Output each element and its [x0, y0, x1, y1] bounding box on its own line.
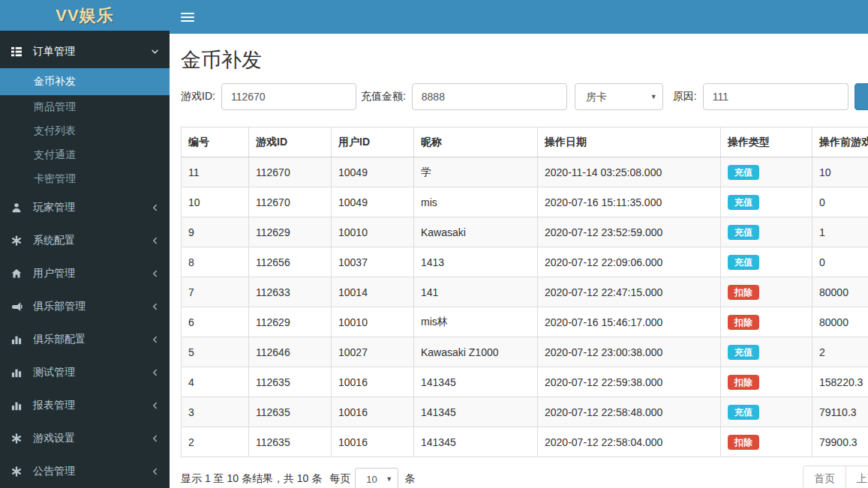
table-footer: 显示 1 至 10 条结果，共 10 条 每页 10 ▼ 条 首页上页 — [181, 466, 868, 488]
home-icon — [11, 268, 28, 279]
top-navbar — [170, 0, 868, 34]
table-cell: 2 — [182, 427, 249, 457]
table-cell: 10027 — [332, 337, 414, 367]
column-header: 游戏ID — [249, 127, 332, 157]
sidebar-subitem[interactable]: 支付列表 — [0, 119, 170, 143]
table-cell: 3 — [182, 397, 249, 427]
table-cell: 112670 — [249, 157, 332, 187]
records-table: 编号游戏ID用户ID昵称操作日期操作类型操作前游戏 1111267010049学… — [181, 127, 868, 457]
table-cell: 141345 — [414, 397, 538, 427]
chevron-left-icon — [151, 435, 159, 443]
sidebar-item[interactable]: 俱乐部管理 — [0, 290, 170, 323]
sidebar-item-label: 游戏设置 — [33, 432, 75, 445]
table-cell: 2020-07-12 23:52:59.000 — [538, 217, 721, 247]
sidebar-item[interactable]: 报表管理 — [0, 389, 170, 422]
before-value-cell: 0 — [812, 247, 868, 277]
type-select[interactable]: 房卡 — [575, 83, 663, 110]
sidebar-item[interactable]: 系统配置 — [0, 224, 170, 257]
pagination-button-first[interactable]: 首页 — [803, 466, 846, 488]
table-cell: 2020-11-14 03:25:08.000 — [538, 157, 721, 187]
column-header: 操作日期 — [538, 127, 721, 157]
sidebar-item-label: 公告管理 — [33, 465, 75, 478]
table-cell: 112635 — [249, 427, 332, 457]
reason-input[interactable] — [703, 83, 848, 110]
sidebar-section-9: 公告管理 — [0, 455, 170, 488]
amount-input[interactable] — [412, 83, 567, 110]
table-cell: 6 — [182, 307, 249, 337]
table-cell: 2020-07-12 22:59:38.000 — [538, 367, 721, 397]
table-cell: 8 — [182, 247, 249, 277]
chevron-left-icon — [151, 369, 159, 377]
content: 金币补发 游戏ID: 充值金额: 房卡 ▼ 原因: 充值 — [170, 34, 868, 488]
table-cell: 112656 — [249, 247, 332, 277]
game-id-input[interactable] — [221, 83, 356, 110]
user-icon — [11, 202, 28, 213]
table-cell: 5 — [182, 337, 249, 367]
before-value-cell: 79110.3 — [812, 397, 868, 427]
table-cell: 11 — [182, 157, 249, 187]
table-cell: 4 — [182, 367, 249, 397]
sidebar-item[interactable]: 玩家管理 — [0, 191, 170, 224]
table-cell: 112629 — [249, 307, 332, 337]
table-cell: 10016 — [332, 397, 414, 427]
table-cell: 112635 — [249, 397, 332, 427]
table-cell: Kawasaki Z1000 — [414, 337, 538, 367]
app-root: VV娱乐 订单管理金币补发商品管理支付列表支付通道卡密管理玩家管理系统配置用户管… — [0, 0, 868, 488]
table-row: 2112635100161413452020-07-12 22:58:04.00… — [182, 427, 868, 457]
table-cell: 10049 — [332, 187, 414, 217]
pagination: 首页上页 — [803, 466, 868, 488]
recharge-button[interactable]: 充值 — [854, 83, 868, 110]
op-type-cell: 充值 — [721, 187, 812, 217]
sidebar-item[interactable]: 用户管理 — [0, 257, 170, 290]
table-cell: 2020-07-12 22:58:04.000 — [538, 427, 721, 457]
op-type-badge: 充值 — [728, 165, 759, 180]
table-cell: 10014 — [332, 277, 414, 307]
sidebar-item[interactable]: 俱乐部配置 — [0, 323, 170, 356]
sidebar-item-label: 用户管理 — [33, 267, 75, 280]
before-value-cell: 79900.3 — [812, 427, 868, 457]
sidebar-item[interactable]: 游戏设置 — [0, 422, 170, 455]
sidebar-subitem[interactable]: 金币补发 — [0, 68, 170, 95]
op-type-cell: 充值 — [721, 157, 812, 187]
sidebar-item[interactable]: 订单管理 — [0, 35, 170, 68]
hamburger-icon[interactable] — [181, 10, 194, 24]
op-type-cell: 充值 — [721, 247, 812, 277]
sidebar-subitem[interactable]: 商品管理 — [0, 95, 170, 119]
sidebar-section-2: 系统配置 — [0, 224, 170, 257]
sidebar-item[interactable]: 测试管理 — [0, 356, 170, 389]
sidebar-subitem[interactable]: 卡密管理 — [0, 167, 170, 191]
asterisk-icon — [11, 433, 28, 444]
table-cell: 112629 — [249, 217, 332, 247]
op-type-badge: 扣除 — [728, 435, 759, 450]
page-size-select[interactable]: 10 — [355, 468, 398, 488]
op-type-badge: 扣除 — [728, 285, 759, 300]
table-row: 511264610027Kawasaki Z10002020-07-12 23:… — [182, 337, 868, 367]
reason-label: 原因: — [673, 90, 697, 103]
op-type-cell: 充值 — [721, 217, 812, 247]
table-cell: 2020-07-12 22:09:06.000 — [538, 247, 721, 277]
table-cell: 10016 — [332, 427, 414, 457]
sidebar-item-label: 测试管理 — [33, 366, 75, 379]
chevron-left-icon — [151, 270, 159, 278]
op-type-cell: 充值 — [721, 397, 812, 427]
column-header: 昵称 — [414, 127, 538, 157]
pagination-button-prev[interactable]: 上页 — [845, 466, 868, 488]
table-cell: 2020-07-16 15:11:35.000 — [538, 187, 721, 217]
chevron-left-icon — [151, 237, 159, 245]
sidebar-item[interactable]: 公告管理 — [0, 455, 170, 488]
asterisk-icon — [11, 466, 28, 477]
op-type-badge: 充值 — [728, 225, 759, 240]
chevron-left-icon — [151, 468, 159, 476]
sidebar-item-label: 订单管理 — [33, 45, 75, 58]
table-cell: 10010 — [332, 307, 414, 337]
results-info: 显示 1 至 10 条结果，共 10 条 每页 10 ▼ 条 — [181, 468, 415, 488]
table-header: 编号游戏ID用户ID昵称操作日期操作类型操作前游戏 — [182, 127, 868, 157]
sidebar-nav: 订单管理金币补发商品管理支付列表支付通道卡密管理玩家管理系统配置用户管理俱乐部管… — [0, 31, 170, 488]
op-type-badge: 充值 — [728, 345, 759, 360]
main-area: 金币补发 游戏ID: 充值金额: 房卡 ▼ 原因: 充值 — [170, 0, 868, 488]
sidebar-item-label: 玩家管理 — [33, 201, 75, 214]
table-cell: mis — [414, 187, 538, 217]
chevron-left-icon — [151, 204, 159, 212]
table-cell: 1413 — [414, 247, 538, 277]
sidebar-subitem[interactable]: 支付通道 — [0, 143, 170, 167]
